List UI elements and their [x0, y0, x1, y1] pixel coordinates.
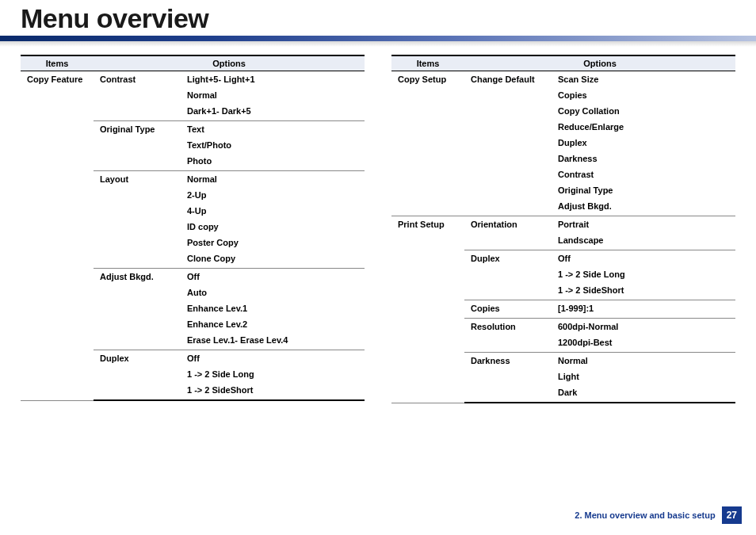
options-cell: 600dpi-Normal1200dpi-Best [552, 319, 735, 353]
option-value: [1-999]:1 [558, 304, 731, 315]
right-table: Items Options Copy SetupChange DefaultSc… [391, 55, 735, 403]
option-value: Scan Size [558, 75, 731, 90]
options-cell: Light+5- Light+1NormalDark+1- Dark+5 [181, 71, 365, 121]
sub-cell: Adjust Bkgd. [94, 269, 181, 350]
sub-cell: Original Type [94, 121, 181, 171]
options-cell: TextText/PhotoPhoto [181, 121, 365, 171]
sub-cell: Change Default [464, 71, 552, 216]
page-title: Menu overview [0, 0, 756, 36]
option-value: Auto [187, 288, 360, 304]
header-items: Items [21, 55, 94, 71]
option-value: Text/Photo [187, 140, 360, 156]
footer: 2. Menu overview and basic setup 27 [575, 506, 742, 524]
option-value: Normal [558, 356, 731, 372]
sub-cell: Darkness [464, 353, 552, 403]
left-column: Items Options Copy FeatureContrastLight+… [21, 55, 365, 403]
option-value: Darkness [558, 154, 731, 170]
options-cell: Normal2-Up4-UpID copyPoster CopyClone Co… [181, 171, 365, 269]
option-value: Reduce/Enlarge [558, 122, 731, 138]
options-cell: [1-999]:1 [552, 300, 735, 319]
header-options: Options [94, 55, 365, 71]
option-value: 600dpi-Normal [558, 322, 731, 338]
option-value: Off [187, 272, 360, 288]
option-value: Off [558, 254, 731, 269]
option-value: Text [187, 124, 360, 140]
option-value: 2-Up [187, 190, 360, 206]
option-value: Dark+1- Dark+5 [187, 106, 360, 117]
sub-cell: Contrast [94, 71, 181, 121]
items-cell: Copy Feature [21, 71, 94, 401]
option-value: ID copy [187, 222, 360, 238]
options-cell: Scan SizeCopiesCopy CollationReduce/Enla… [552, 71, 735, 216]
option-value: Normal [187, 90, 360, 106]
footer-page-number: 27 [722, 506, 742, 524]
option-value: Adjust Bkgd. [558, 201, 731, 212]
option-value: Off [187, 353, 360, 369]
option-value: Copy Collation [558, 106, 731, 122]
sub-cell: Resolution [464, 319, 552, 353]
left-table: Items Options Copy FeatureContrastLight+… [21, 55, 365, 401]
option-value: Contrast [558, 170, 731, 185]
sub-cell: Layout [94, 171, 181, 269]
header-options: Options [464, 55, 735, 71]
table-row: Print SetupOrientationPortraitLandscape [391, 216, 735, 250]
options-cell: PortraitLandscape [552, 216, 735, 250]
option-value: Landscape [558, 235, 731, 246]
footer-chapter: 2. Menu overview and basic setup [575, 510, 715, 520]
right-column: Items Options Copy SetupChange DefaultSc… [391, 55, 735, 403]
option-value: Duplex [558, 138, 731, 154]
columns: Items Options Copy FeatureContrastLight+… [0, 55, 756, 403]
table-row: Copy FeatureContrastLight+5- Light+1Norm… [21, 71, 365, 121]
sub-cell: Copies [464, 300, 552, 319]
option-value: Copies [558, 90, 731, 106]
option-value: Enhance Lev.1 [187, 304, 360, 319]
options-cell: Off1 -> 2 Side Long1 -> 2 SideShort [552, 250, 735, 300]
option-value: Photo [187, 156, 360, 167]
option-value: 1 -> 2 Side Long [558, 269, 731, 285]
option-value: Light [558, 372, 731, 388]
option-value: 1 -> 2 SideShort [558, 285, 731, 296]
option-value: Normal [187, 174, 360, 190]
option-value: Enhance Lev.2 [187, 319, 360, 335]
option-value: Erase Lev.1- Erase Lev.4 [187, 335, 360, 346]
options-cell: NormalLightDark [552, 353, 735, 403]
sub-cell: Duplex [464, 250, 552, 300]
sub-cell: Orientation [464, 216, 552, 250]
options-cell: OffAutoEnhance Lev.1Enhance Lev.2Erase L… [181, 269, 365, 350]
option-value: 4-Up [187, 206, 360, 222]
sub-cell: Duplex [94, 350, 181, 401]
option-value: Poster Copy [187, 238, 360, 254]
option-value: Original Type [558, 185, 731, 201]
items-cell: Print Setup [391, 216, 464, 403]
option-value: Dark [558, 388, 731, 399]
option-value: Light+5- Light+1 [187, 75, 360, 90]
title-rule [0, 36, 756, 47]
options-cell: Off1 -> 2 Side Long1 -> 2 SideShort [181, 350, 365, 401]
items-cell: Copy Setup [391, 71, 464, 216]
option-value: 1 -> 2 SideShort [187, 385, 360, 396]
table-row: Copy SetupChange DefaultScan SizeCopiesC… [391, 71, 735, 216]
header-items: Items [391, 55, 464, 71]
option-value: Clone Copy [187, 254, 360, 265]
option-value: 1 -> 2 Side Long [187, 369, 360, 385]
option-value: Portrait [558, 220, 731, 235]
option-value: 1200dpi-Best [558, 338, 731, 349]
